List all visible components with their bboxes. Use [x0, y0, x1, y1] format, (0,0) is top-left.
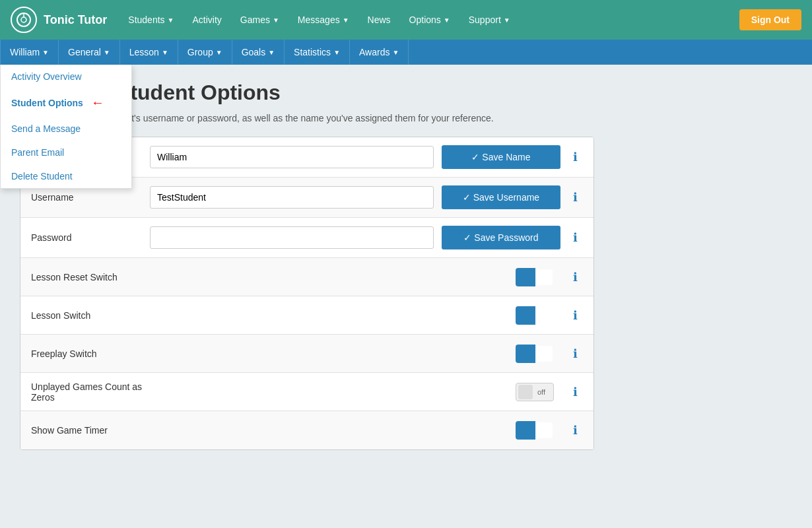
- app-title: Tonic Tutor: [44, 13, 107, 27]
- toggle-knob: [537, 346, 553, 362]
- off-text: off: [535, 388, 548, 396]
- password-input-container: [150, 226, 434, 249]
- username-input-container: [150, 186, 434, 209]
- top-nav: Tonic Tutor Students ▼ Activity Games ▼ …: [0, 0, 812, 40]
- lesson-reset-label: Lesson Reset Switch: [31, 272, 150, 282]
- password-input[interactable]: [150, 226, 434, 249]
- subnav-william[interactable]: William ▼: [0, 40, 59, 65]
- unplayed-games-row: Unplayed Games Count as Zeros off ℹ: [20, 373, 593, 411]
- subnav-awards[interactable]: Awards ▼: [350, 40, 409, 65]
- toggle-on-part: [516, 268, 535, 286]
- goals-arrow: ▼: [268, 49, 275, 56]
- password-row: Password ✓ Save Password ℹ: [20, 218, 593, 258]
- password-label: Password: [31, 232, 150, 243]
- unplayed-games-label: Unplayed Games Count as Zeros: [31, 381, 150, 403]
- logo-icon: [11, 7, 37, 33]
- nav-students[interactable]: Students ▼: [120, 9, 182, 30]
- dropdown-delete-student[interactable]: Delete Student: [1, 164, 131, 188]
- toggle-on-part: [516, 345, 535, 363]
- freeplay-info-icon[interactable]: ℹ: [567, 346, 583, 361]
- save-name-button[interactable]: ✓ Save Name: [442, 145, 560, 169]
- lesson-switch-toggle[interactable]: [516, 306, 554, 325]
- lesson-switch-row: Lesson Switch ℹ: [20, 296, 593, 335]
- sign-out-button[interactable]: Sign Out: [739, 9, 801, 30]
- nav-activity[interactable]: Activity: [184, 9, 229, 30]
- lesson-reset-row: Lesson Reset Switch ℹ: [20, 258, 593, 296]
- name-info-icon[interactable]: ℹ: [567, 150, 583, 164]
- show-game-timer-toggle[interactable]: [516, 421, 554, 440]
- name-input-container: [150, 146, 434, 168]
- toggle-knob: [537, 308, 553, 323]
- subnav-group[interactable]: Group ▼: [178, 40, 232, 65]
- top-nav-items: Students ▼ Activity Games ▼ Messages ▼ N…: [120, 9, 739, 30]
- support-arrow: ▼: [504, 16, 510, 24]
- save-password-button[interactable]: ✓ Save Password: [442, 226, 560, 249]
- group-arrow: ▼: [216, 49, 222, 56]
- show-game-timer-row: Show Game Timer ℹ: [20, 411, 593, 449]
- awards-arrow: ▼: [392, 49, 399, 56]
- nav-options[interactable]: Options ▼: [401, 9, 458, 30]
- logo-area: Tonic Tutor: [11, 7, 107, 33]
- nav-support[interactable]: Support ▼: [461, 9, 518, 30]
- lesson-reset-toggle[interactable]: [516, 268, 554, 286]
- show-game-timer-info-icon[interactable]: ℹ: [567, 423, 583, 438]
- page-description: You can change the student's username or…: [20, 113, 792, 123]
- save-username-button[interactable]: ✓ Save Username: [442, 185, 560, 209]
- lesson-switch-label: Lesson Switch: [31, 310, 150, 321]
- freeplay-label: Freeplay Switch: [31, 348, 150, 359]
- show-game-timer-label: Show Game Timer: [31, 425, 150, 436]
- svg-point-1: [21, 17, 26, 22]
- nav-games[interactable]: Games ▼: [232, 9, 287, 30]
- dropdown-student-options[interactable]: Student Options ←: [1, 88, 131, 117]
- toggle-knob: [537, 269, 553, 285]
- dropdown-send-message[interactable]: Send a Message: [1, 117, 131, 141]
- subnav-goals[interactable]: Goals ▼: [232, 40, 285, 65]
- unplayed-games-info-icon[interactable]: ℹ: [567, 385, 583, 399]
- toggle-knob: [537, 422, 553, 438]
- options-arrow: ▼: [444, 16, 450, 24]
- unplayed-games-toggle[interactable]: off: [516, 383, 554, 401]
- nav-news[interactable]: News: [360, 9, 399, 30]
- william-dropdown: Activity Overview Student Options ← Send…: [0, 65, 132, 189]
- page-title: William's Student Options: [20, 81, 792, 105]
- william-arrow: ▼: [42, 49, 49, 56]
- nav-messages[interactable]: Messages ▼: [290, 9, 357, 30]
- freeplay-row: Freeplay Switch ℹ: [20, 335, 593, 373]
- toggle-on-part: [516, 306, 535, 325]
- freeplay-toggle-container: [516, 345, 554, 363]
- sub-nav: William ▼ General ▼ Lesson ▼ Group ▼ Goa…: [0, 40, 812, 65]
- red-arrow-indicator: ←: [91, 95, 104, 110]
- lesson-switch-toggle-container: [516, 306, 554, 325]
- toggle-knob-off: [518, 385, 533, 399]
- toggle-on-part: [516, 421, 535, 440]
- dropdown-activity-overview[interactable]: Activity Overview: [1, 65, 131, 88]
- lesson-arrow: ▼: [162, 49, 168, 56]
- lesson-reset-toggle-container: [516, 268, 554, 286]
- username-input[interactable]: [150, 186, 434, 209]
- username-label: Username: [31, 192, 150, 203]
- username-info-icon[interactable]: ℹ: [567, 190, 583, 205]
- freeplay-toggle[interactable]: [516, 345, 554, 363]
- subnav-statistics[interactable]: Statistics ▼: [285, 40, 350, 65]
- games-arrow: ▼: [273, 16, 279, 24]
- statistics-arrow: ▼: [333, 49, 340, 56]
- subnav-lesson[interactable]: Lesson ▼: [120, 40, 178, 65]
- password-info-icon[interactable]: ℹ: [567, 230, 583, 245]
- students-arrow: ▼: [168, 16, 174, 24]
- general-arrow: ▼: [104, 49, 110, 56]
- name-input[interactable]: [150, 146, 434, 168]
- show-game-timer-toggle-container: [516, 421, 554, 440]
- dropdown-parent-email[interactable]: Parent Email: [1, 141, 131, 164]
- subnav-general[interactable]: General ▼: [59, 40, 120, 65]
- lesson-reset-info-icon[interactable]: ℹ: [567, 270, 583, 284]
- lesson-switch-info-icon[interactable]: ℹ: [567, 308, 583, 323]
- unplayed-games-toggle-container: off: [516, 383, 554, 401]
- messages-arrow: ▼: [343, 16, 349, 24]
